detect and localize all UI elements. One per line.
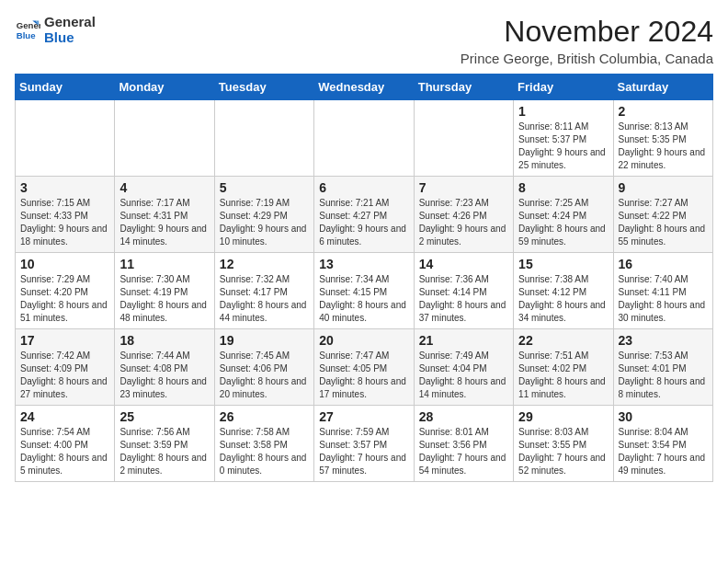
logo: General Blue General Blue: [15, 15, 96, 45]
day-number: 25: [119, 409, 209, 424]
day-info: Sunrise: 7:45 AMSunset: 4:06 PMDaylight:…: [220, 350, 309, 401]
weekday-header-friday: Friday: [514, 75, 613, 100]
day-number: 15: [518, 257, 608, 271]
day-info: Sunrise: 7:29 AMSunset: 4:20 PMDaylight:…: [20, 273, 109, 325]
day-number: 19: [220, 333, 309, 348]
day-info: Sunrise: 7:21 AMSunset: 4:27 PMDaylight:…: [319, 197, 408, 248]
calendar-cell: 8Sunrise: 7:25 AMSunset: 4:24 PMDaylight…: [514, 177, 613, 253]
calendar-cell: 18Sunrise: 7:44 AMSunset: 4:08 PMDayligh…: [115, 329, 214, 406]
day-info: Sunrise: 7:36 AMSunset: 4:14 PMDaylight:…: [419, 273, 508, 325]
day-info: Sunrise: 7:56 AMSunset: 3:59 PMDaylight:…: [119, 426, 209, 477]
calendar-cell: 7Sunrise: 7:23 AMSunset: 4:26 PMDaylight…: [414, 177, 513, 253]
day-number: 23: [619, 333, 708, 348]
calendar-cell: 5Sunrise: 7:19 AMSunset: 4:29 PMDaylight…: [214, 177, 313, 253]
calendar-cell: [314, 100, 414, 177]
logo-blue: Blue: [44, 30, 96, 46]
calendar-cell: [115, 100, 214, 177]
calendar-cell: 21Sunrise: 7:49 AMSunset: 4:04 PMDayligh…: [414, 329, 513, 406]
day-info: Sunrise: 7:19 AMSunset: 4:29 PMDaylight:…: [220, 197, 309, 248]
calendar-cell: 12Sunrise: 7:32 AMSunset: 4:17 PMDayligh…: [214, 253, 313, 329]
calendar-cell: 6Sunrise: 7:21 AMSunset: 4:27 PMDaylight…: [314, 177, 414, 253]
day-info: Sunrise: 7:25 AMSunset: 4:24 PMDaylight:…: [518, 197, 608, 248]
weekday-header-wednesday: Wednesday: [314, 75, 414, 100]
day-number: 10: [20, 257, 109, 271]
day-number: 27: [319, 409, 408, 424]
calendar-cell: [16, 100, 115, 177]
day-info: Sunrise: 7:17 AMSunset: 4:31 PMDaylight:…: [119, 197, 209, 248]
calendar-cell: [214, 100, 313, 177]
day-number: 9: [619, 180, 708, 195]
day-info: Sunrise: 8:13 AMSunset: 5:35 PMDaylight:…: [619, 121, 708, 172]
calendar-week-5: 24Sunrise: 7:54 AMSunset: 4:00 PMDayligh…: [16, 406, 713, 482]
day-number: 8: [518, 180, 608, 195]
calendar-week-4: 17Sunrise: 7:42 AMSunset: 4:09 PMDayligh…: [16, 329, 713, 406]
month-title: November 2024: [461, 15, 713, 49]
calendar-body: 1Sunrise: 8:11 AMSunset: 5:37 PMDaylight…: [16, 100, 713, 482]
day-number: 4: [119, 180, 209, 195]
calendar-cell: 11Sunrise: 7:30 AMSunset: 4:19 PMDayligh…: [115, 253, 214, 329]
weekday-header-tuesday: Tuesday: [214, 75, 313, 100]
day-info: Sunrise: 7:42 AMSunset: 4:09 PMDaylight:…: [20, 350, 109, 401]
day-number: 18: [119, 333, 209, 348]
calendar-cell: 22Sunrise: 7:51 AMSunset: 4:02 PMDayligh…: [514, 329, 613, 406]
calendar-cell: 10Sunrise: 7:29 AMSunset: 4:20 PMDayligh…: [16, 253, 115, 329]
day-info: Sunrise: 8:11 AMSunset: 5:37 PMDaylight:…: [518, 121, 608, 172]
calendar-week-1: 1Sunrise: 8:11 AMSunset: 5:37 PMDaylight…: [16, 100, 713, 177]
location-title: Prince George, British Columbia, Canada: [461, 51, 713, 66]
calendar-week-3: 10Sunrise: 7:29 AMSunset: 4:20 PMDayligh…: [16, 253, 713, 329]
day-number: 1: [518, 104, 608, 119]
day-info: Sunrise: 7:51 AMSunset: 4:02 PMDaylight:…: [518, 350, 608, 401]
calendar-header: SundayMondayTuesdayWednesdayThursdayFrid…: [16, 75, 713, 100]
day-number: 28: [419, 409, 508, 424]
calendar-cell: 23Sunrise: 7:53 AMSunset: 4:01 PMDayligh…: [613, 329, 712, 406]
day-number: 17: [20, 333, 109, 348]
day-info: Sunrise: 7:44 AMSunset: 4:08 PMDaylight:…: [119, 350, 209, 401]
weekday-header-thursday: Thursday: [414, 75, 513, 100]
day-info: Sunrise: 7:34 AMSunset: 4:15 PMDaylight:…: [319, 273, 408, 325]
day-number: 2: [619, 104, 708, 119]
day-number: 6: [319, 180, 408, 195]
weekday-header-saturday: Saturday: [613, 75, 712, 100]
day-number: 7: [419, 180, 508, 195]
calendar-cell: 13Sunrise: 7:34 AMSunset: 4:15 PMDayligh…: [314, 253, 414, 329]
logo-icon: General Blue: [15, 17, 40, 43]
calendar-cell: 17Sunrise: 7:42 AMSunset: 4:09 PMDayligh…: [16, 329, 115, 406]
day-number: 11: [119, 257, 209, 271]
day-info: Sunrise: 7:53 AMSunset: 4:01 PMDaylight:…: [619, 350, 708, 401]
svg-text:Blue: Blue: [17, 29, 36, 40]
calendar-cell: [414, 100, 513, 177]
calendar-cell: 28Sunrise: 8:01 AMSunset: 3:56 PMDayligh…: [414, 406, 513, 482]
day-number: 30: [619, 409, 708, 424]
calendar-cell: 20Sunrise: 7:47 AMSunset: 4:05 PMDayligh…: [314, 329, 414, 406]
calendar-cell: 29Sunrise: 8:03 AMSunset: 3:55 PMDayligh…: [514, 406, 613, 482]
day-number: 26: [220, 409, 309, 424]
calendar-cell: 26Sunrise: 7:58 AMSunset: 3:58 PMDayligh…: [214, 406, 313, 482]
day-info: Sunrise: 8:04 AMSunset: 3:54 PMDaylight:…: [619, 426, 708, 477]
calendar-cell: 15Sunrise: 7:38 AMSunset: 4:12 PMDayligh…: [514, 253, 613, 329]
calendar-cell: 4Sunrise: 7:17 AMSunset: 4:31 PMDaylight…: [115, 177, 214, 253]
calendar-cell: 2Sunrise: 8:13 AMSunset: 5:35 PMDaylight…: [613, 100, 712, 177]
calendar-cell: 16Sunrise: 7:40 AMSunset: 4:11 PMDayligh…: [613, 253, 712, 329]
day-number: 16: [619, 257, 708, 271]
calendar-cell: 1Sunrise: 8:11 AMSunset: 5:37 PMDaylight…: [514, 100, 613, 177]
calendar-week-2: 3Sunrise: 7:15 AMSunset: 4:33 PMDaylight…: [16, 177, 713, 253]
title-area: November 2024 Prince George, British Col…: [461, 15, 713, 66]
calendar-cell: 30Sunrise: 8:04 AMSunset: 3:54 PMDayligh…: [613, 406, 712, 482]
day-info: Sunrise: 7:40 AMSunset: 4:11 PMDaylight:…: [619, 273, 708, 325]
day-number: 22: [518, 333, 608, 348]
day-info: Sunrise: 7:47 AMSunset: 4:05 PMDaylight:…: [319, 350, 408, 401]
day-info: Sunrise: 7:38 AMSunset: 4:12 PMDaylight:…: [518, 273, 608, 325]
calendar-cell: 19Sunrise: 7:45 AMSunset: 4:06 PMDayligh…: [214, 329, 313, 406]
day-number: 20: [319, 333, 408, 348]
page-header: General Blue General Blue November 2024 …: [15, 15, 713, 66]
day-info: Sunrise: 8:01 AMSunset: 3:56 PMDaylight:…: [419, 426, 508, 477]
day-info: Sunrise: 8:03 AMSunset: 3:55 PMDaylight:…: [518, 426, 608, 477]
calendar-cell: 9Sunrise: 7:27 AMSunset: 4:22 PMDaylight…: [613, 177, 712, 253]
day-number: 12: [220, 257, 309, 271]
weekday-header-sunday: Sunday: [16, 75, 115, 100]
day-info: Sunrise: 7:54 AMSunset: 4:00 PMDaylight:…: [20, 426, 109, 477]
day-info: Sunrise: 7:49 AMSunset: 4:04 PMDaylight:…: [419, 350, 508, 401]
calendar-cell: 27Sunrise: 7:59 AMSunset: 3:57 PMDayligh…: [314, 406, 414, 482]
weekday-header-monday: Monday: [115, 75, 214, 100]
calendar-cell: 3Sunrise: 7:15 AMSunset: 4:33 PMDaylight…: [16, 177, 115, 253]
